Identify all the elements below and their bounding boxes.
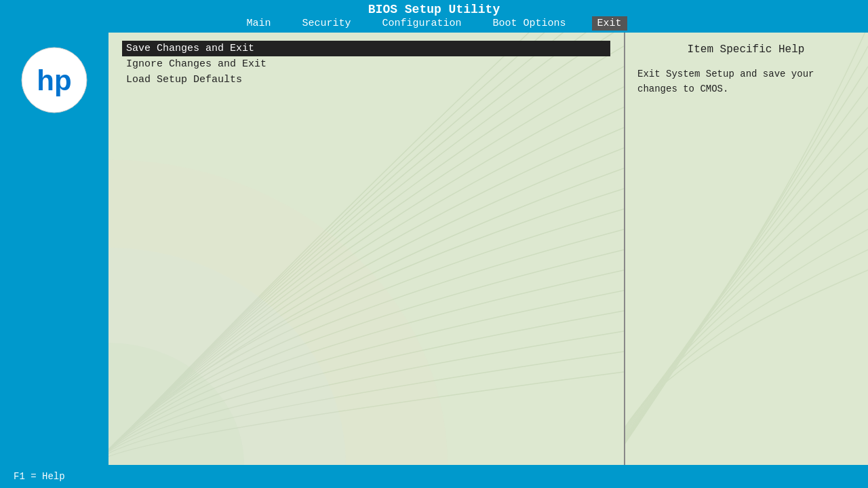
logo-area: hp <box>0 33 108 488</box>
help-title: Item Specific Help <box>637 43 854 56</box>
help-panel: Item Specific Help Exit System Setup and… <box>624 33 868 465</box>
main-content-area: Save Changes and Exit Ignore Changes and… <box>108 33 624 465</box>
menu-item-exit[interactable]: Exit <box>592 16 627 31</box>
help-text: Exit System Setup and save your changes … <box>637 67 854 97</box>
help-content: Item Specific Help Exit System Setup and… <box>624 33 868 108</box>
svg-text:hp: hp <box>37 64 71 96</box>
menu-item-boot-options[interactable]: Boot Options <box>488 16 572 31</box>
option-load-setup-defaults[interactable]: Load Setup Defaults <box>122 72 610 88</box>
bottom-bar: F1 = Help <box>0 465 868 488</box>
option-save-changes-exit[interactable]: Save Changes and Exit <box>122 41 610 56</box>
option-ignore-changes-exit[interactable]: Ignore Changes and Exit <box>122 56 610 72</box>
hp-logo-icon: hp <box>20 46 88 114</box>
wavy-background <box>108 33 624 465</box>
menu-item-main[interactable]: Main <box>241 16 276 31</box>
menu-items: Main Security Configuration Boot Options… <box>241 16 627 31</box>
bios-title: BIOS Setup Utility <box>0 0 868 16</box>
menu-bar: BIOS Setup Utility Main Security Configu… <box>0 0 868 33</box>
f1-help-hint: F1 = Help <box>14 471 65 482</box>
menu-item-configuration[interactable]: Configuration <box>376 16 467 31</box>
menu-item-security[interactable]: Security <box>296 16 356 31</box>
options-list: Save Changes and Exit Ignore Changes and… <box>108 33 624 96</box>
